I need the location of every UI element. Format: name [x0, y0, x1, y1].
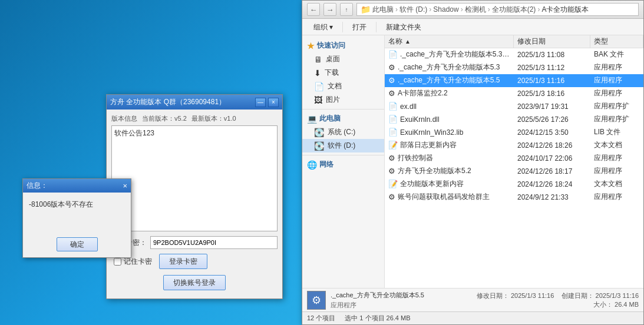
file-icon: ⚙	[388, 89, 395, 98]
breadcrumb-segment-3[interactable]: 检测机	[465, 5, 486, 15]
info-dialog-close-button[interactable]: ×	[123, 182, 127, 190]
file-date-col: 2024/9/12 21:33	[514, 191, 590, 203]
file-name-text: ExuiKrnln_Win32.lib	[400, 128, 463, 137]
file-name-col: 📄ex.dll	[385, 100, 514, 112]
explorer-sidebar: ★ 快速访问 🖥 桌面 ⬇ 下载 📄 文档 🖼 图片 💻 此电	[302, 35, 385, 288]
sidebar-pictures-label: 图片	[326, 95, 340, 105]
file-name-col: 📄ExuiKrnln_Win32.lib	[385, 126, 514, 138]
col-header-type[interactable]: 类型	[590, 35, 643, 48]
table-row[interactable]: 📝部落日志更新内容2024/12/26 18:26文本文档	[385, 139, 643, 152]
breadcrumb-segment-4[interactable]: 全功能版本(2)	[492, 5, 536, 15]
col-name-label: 名称	[388, 37, 402, 47]
status-size: 大小： 26.4 MB	[477, 300, 639, 309]
explorer-status-bar: ⚙ ._cache_方舟飞升全功能版本5.5 应用程序 修改日期： 2025/1…	[302, 288, 643, 311]
sidebar-item-d-drive[interactable]: 💽 软件 (D:)	[302, 139, 384, 152]
table-row[interactable]: ⚙._cache_方舟飞升全功能版本5.52025/1/3 11:16应用程序	[385, 74, 643, 87]
switch-account-button[interactable]: 切换账号登录	[163, 275, 226, 290]
explorer-body: ★ 快速访问 🖥 桌面 ⬇ 下载 📄 文档 🖼 图片 💻 此电	[302, 35, 643, 288]
toolbar-organize-button[interactable]: 组织 ▾	[307, 21, 339, 34]
toolbar-new-folder-button[interactable]: 新建文件夹	[379, 21, 428, 34]
status-modified-label: 修改日期：	[477, 292, 509, 299]
remember-card-checkbox[interactable]	[114, 258, 121, 266]
status-preview: ⚙ ._cache_方舟飞升全功能版本5.5 应用程序	[307, 290, 472, 310]
info-dialog-confirm-button[interactable]: 确定	[57, 237, 98, 251]
sidebar-item-download[interactable]: ⬇ 下载	[302, 66, 384, 79]
desktop-icon: 🖥	[314, 55, 322, 64]
file-type-col: 应用程序	[590, 61, 643, 74]
network-icon: 🌐	[307, 160, 317, 170]
table-row[interactable]: ⚙打铁控制器2024/10/17 22:06应用程序	[385, 152, 643, 165]
up-button[interactable]: ↑	[340, 3, 353, 16]
app-announcement-area: 软件公告123	[111, 125, 278, 231]
sidebar-this-pc[interactable]: 💻 此电脑	[302, 112, 384, 125]
file-date-col: 2025/1/3 11:12	[514, 61, 590, 74]
toolbar-open-button[interactable]: 打开	[346, 21, 373, 34]
info-dialog-footer: 确定	[23, 234, 131, 257]
status-file-type: 应用程序	[331, 300, 424, 310]
file-date-col: 2024/12/15 3:50	[514, 126, 590, 138]
sidebar-item-c-drive[interactable]: 💽 系统 (C:)	[302, 125, 384, 139]
info-dialog-message: -81006版本号不存在	[29, 200, 93, 208]
app-card-row: 单码卡密：	[111, 236, 278, 249]
table-row[interactable]: 📄ExuiKrnln_Win32.lib2024/12/15 3:50LIB 文…	[385, 126, 643, 139]
status-right-info: 修改日期： 2025/1/3 11:16 创建日期： 2025/1/3 11:1…	[477, 291, 639, 309]
file-name-text: A卡部落监控2.2	[398, 88, 448, 98]
explorer-bottom-bar: 12 个项目 选中 1 个项目 26.4 MB	[302, 311, 643, 324]
sidebar-network[interactable]: 🌐 网络	[302, 158, 384, 171]
file-date-col: 2025/1/3 18:16	[514, 87, 590, 100]
file-name-col: ⚙账号问题获取机器码发给群主	[385, 191, 514, 203]
app-close-button[interactable]: ×	[268, 98, 279, 107]
sidebar-download-label: 下载	[325, 68, 339, 78]
info-dialog-title-text: 信息：	[27, 181, 48, 191]
table-row[interactable]: ⚙方舟飞升全功能版本5.22024/12/26 18:17应用程序	[385, 165, 643, 178]
status-thumbnail: ⚙	[307, 291, 326, 310]
col-header-name[interactable]: 名称 ▲	[385, 35, 514, 48]
breadcrumb-segment-2[interactable]: Shadow	[433, 5, 458, 14]
forward-button[interactable]: →	[323, 3, 336, 16]
col-date-label: 修改日期	[517, 37, 546, 47]
breadcrumb-segment-0[interactable]: 此电脑	[372, 5, 394, 15]
table-row[interactable]: ⚙A卡部落监控2.22025/1/3 18:16应用程序	[385, 87, 643, 100]
file-type-col: BAK 文件	[590, 48, 643, 61]
col-header-date[interactable]: 修改日期	[514, 35, 590, 48]
sidebar-d-drive-label: 软件 (D:)	[328, 141, 355, 151]
sidebar-c-drive-label: 系统 (C:)	[328, 127, 355, 137]
sidebar-quick-access[interactable]: ★ 快速访问	[302, 39, 384, 52]
table-row[interactable]: 📄ex.dll2023/9/17 19:31应用程序扩	[385, 100, 643, 113]
remember-card-checkbox-label[interactable]: 记住卡密	[114, 257, 152, 267]
file-name-col: ⚙A卡部落监控2.2	[385, 87, 514, 100]
item-count-label: 12 个项目	[307, 314, 335, 323]
status-modified-date: 2025/1/3 11:16	[511, 292, 554, 299]
sidebar-item-pictures[interactable]: 🖼 图片	[302, 93, 384, 107]
sidebar-item-desktop[interactable]: 🖥 桌面	[302, 52, 384, 66]
sidebar-item-docs[interactable]: 📄 文档	[302, 79, 384, 93]
file-type-col: 文本文档	[590, 178, 643, 190]
file-name-col: ⚙._cache_方舟飞升全功能版本5.5	[385, 74, 514, 87]
table-row[interactable]: 📄._cache_方舟飞升全功能版本5.3.bak2025/1/3 11:08B…	[385, 48, 643, 61]
breadcrumb-segment-1[interactable]: 软件 (D:)	[399, 5, 427, 15]
file-icon: 📝	[388, 180, 398, 188]
app-window: 方舟 全功能版本 Q群（236909481） — × 版本信息 当前版本：v5.…	[106, 94, 283, 299]
app-card-input[interactable]	[150, 236, 278, 249]
login-card-button[interactable]: 登录卡密	[159, 254, 207, 269]
app-latest-version: 最新版本：v1.0	[191, 114, 236, 123]
table-row[interactable]: 📝全功能版本更新内容2024/12/26 18:24文本文档	[385, 178, 643, 191]
file-date-col: 2024/12/26 18:17	[514, 165, 590, 177]
explorer-toolbar: 组织 ▾ 打开 新建文件夹	[302, 19, 643, 35]
file-list-header: 名称 ▲ 修改日期 类型	[385, 35, 643, 48]
table-row[interactable]: ⚙._cache_方舟飞升全功能版本5.32025/1/3 11:12应用程序	[385, 61, 643, 74]
app-minimize-button[interactable]: —	[255, 98, 266, 107]
status-size-value: 26.4 MB	[615, 301, 639, 308]
sidebar-quick-access-label: 快速访问	[317, 41, 345, 51]
app-current-version: 当前版本：v5.2	[142, 114, 187, 123]
table-row[interactable]: ⚙账号问题获取机器码发给群主2024/9/12 21:33应用程序	[385, 191, 643, 204]
file-date-col: 2024/10/17 22:06	[514, 152, 590, 164]
back-button[interactable]: ←	[307, 3, 320, 16]
file-icon: 📄	[388, 115, 398, 124]
app-announcement-text: 软件公告123	[114, 129, 154, 137]
file-icon: 📄	[388, 128, 398, 137]
breadcrumb-segment-5[interactable]: A卡全功能版本	[541, 5, 589, 15]
table-row[interactable]: 📄ExuiKrnln.dll2025/5/26 17:26应用程序扩	[385, 113, 643, 126]
file-type-col: 文本文档	[590, 139, 643, 151]
file-name-text: ._cache_方舟飞升全功能版本5.3	[398, 62, 500, 72]
